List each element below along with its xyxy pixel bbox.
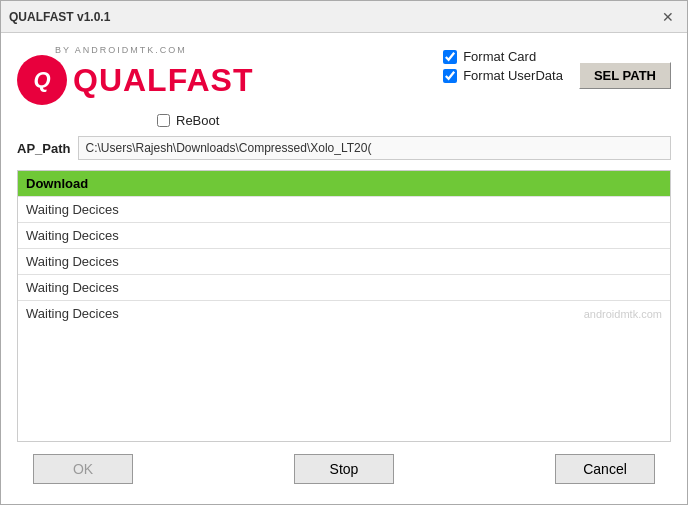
format-card-checkbox[interactable] (443, 50, 457, 64)
title-bar: QUALFAST v1.0.1 ✕ (1, 1, 687, 33)
format-card-label: Format Card (463, 49, 536, 64)
logo-main: Q QUALFAST (17, 55, 253, 105)
window-title: QUALFAST v1.0.1 (9, 10, 657, 24)
ap-path-value: C:\Users\Rajesh\Downloads\Compressed\Xol… (78, 136, 671, 160)
reboot-label: ReBoot (176, 113, 219, 128)
logo-name: QUALFAST (73, 62, 253, 99)
download-row-2: Waiting Decices (18, 223, 670, 249)
top-section: BY ANDROIDMTK.COM Q QUALFAST Format Card… (17, 45, 671, 105)
download-row-1: Waiting Decices (18, 197, 670, 223)
ap-path-label: AP_Path (17, 141, 70, 156)
download-row-4: Waiting Decices (18, 275, 670, 301)
bottom-buttons: OK Stop Cancel (17, 454, 671, 484)
main-window: QUALFAST v1.0.1 ✕ BY ANDROIDMTK.COM Q QU… (0, 0, 688, 505)
checkboxes-area: Format Card Format UserData (443, 49, 563, 83)
cancel-button[interactable]: Cancel (555, 454, 655, 484)
format-userdata-checkbox[interactable] (443, 69, 457, 83)
ap-path-row: AP_Path C:\Users\Rajesh\Downloads\Compre… (17, 136, 671, 160)
logo-circle-q: Q (17, 55, 67, 105)
logo-area: BY ANDROIDMTK.COM Q QUALFAST (17, 45, 253, 105)
ok-button[interactable]: OK (33, 454, 133, 484)
format-userdata-label: Format UserData (463, 68, 563, 83)
download-row-0: Download (18, 171, 670, 197)
format-card-row: Format Card (443, 49, 563, 64)
stop-button[interactable]: Stop (294, 454, 394, 484)
watermark: androidmtk.com (584, 308, 662, 320)
sel-path-button[interactable]: SEL PATH (579, 62, 671, 89)
logo-by-text: BY ANDROIDMTK.COM (55, 45, 187, 55)
download-row-5: Waiting Decicesandroidmtk.com (18, 301, 670, 326)
reboot-row: ReBoot (157, 113, 671, 128)
close-button[interactable]: ✕ (657, 6, 679, 28)
format-userdata-row: Format UserData (443, 68, 563, 83)
download-list: DownloadWaiting DecicesWaiting DecicesWa… (17, 170, 671, 442)
download-row-3: Waiting Decices (18, 249, 670, 275)
reboot-checkbox[interactable] (157, 114, 170, 127)
content-area: BY ANDROIDMTK.COM Q QUALFAST Format Card… (1, 33, 687, 504)
